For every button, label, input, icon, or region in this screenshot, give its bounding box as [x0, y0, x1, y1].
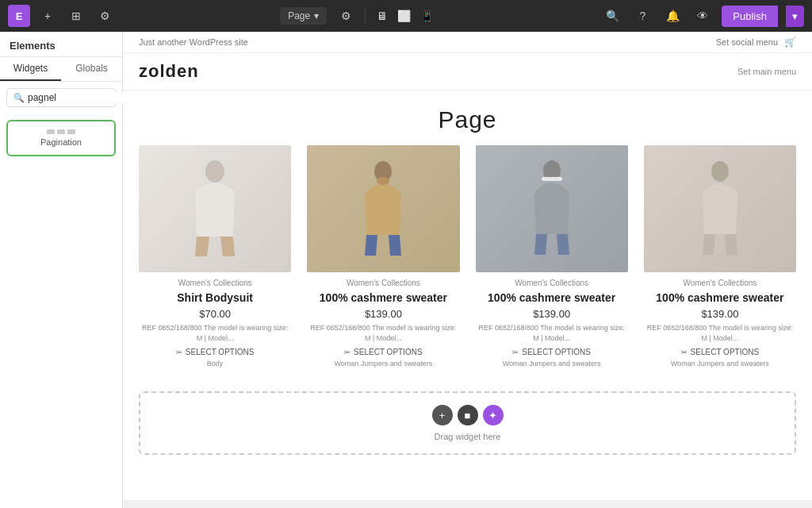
product-category-3: Women's Collections: [476, 279, 628, 287]
product-name-3: 100% cashmere sweater: [476, 291, 628, 305]
product-desc-4: REF 0652/168/800 The model is wearing si…: [644, 323, 796, 343]
search-icon: 🔍: [13, 93, 25, 103]
history-button[interactable]: ⊞: [65, 5, 87, 27]
tab-globals[interactable]: Globals: [61, 57, 122, 81]
site-wrapper: Just another WordPress site Set social m…: [123, 32, 812, 500]
set-menu-link[interactable]: Set main menu: [737, 67, 796, 76]
products-grid: Women's Collections Shirt Bodysuit $70.0…: [123, 145, 812, 383]
product-tag-3: Woman Jumpers and sweaters: [476, 360, 628, 368]
site-topbar: Just another WordPress site Set social m…: [123, 32, 812, 53]
dot-1: [47, 129, 55, 134]
product-price-1: $70.00: [139, 308, 291, 320]
product-image-4: [644, 145, 796, 272]
publish-button[interactable]: Publish: [722, 6, 778, 27]
add-section-icon[interactable]: ■: [458, 405, 478, 425]
product-image-3: [476, 145, 628, 272]
site-nav: zolden Set main menu: [123, 53, 812, 90]
product-desc-3: REF 0652/168/800 The model is wearing si…: [476, 323, 628, 343]
product-price-3: $139.00: [476, 308, 628, 320]
search-box: 🔍 ✕: [6, 88, 116, 107]
notifications-button[interactable]: 🔔: [661, 5, 684, 27]
mobile-view-button[interactable]: 📱: [417, 6, 437, 25]
product-card-3: Women's Collections 100% cashmere sweate…: [476, 145, 628, 368]
select-options-btn-1[interactable]: SELECT OPTIONS: [139, 348, 291, 356]
page-title-section: Page: [123, 90, 812, 145]
select-options-btn-2[interactable]: SELECT OPTIONS: [307, 348, 459, 356]
select-options-btn-4[interactable]: SELECT OPTIONS: [644, 348, 796, 356]
publish-chevron-button[interactable]: ▾: [786, 6, 804, 27]
page-title: Page: [123, 106, 812, 133]
dot-2: [57, 129, 65, 134]
product-card-2: Women's Collections 100% cashmere sweate…: [307, 145, 459, 368]
page-settings-button[interactable]: ⚙: [335, 5, 357, 27]
chevron-down-icon: ▾: [314, 10, 319, 21]
drop-zone-label: Drag widget here: [435, 432, 501, 441]
widget-label: Pagination: [40, 137, 82, 147]
sidebar-title: Elements: [0, 32, 122, 57]
product-name-2: 100% cashmere sweater: [307, 291, 459, 305]
select-options-btn-3[interactable]: SELECT OPTIONS: [476, 348, 628, 356]
divider: [365, 8, 366, 24]
site-logo: zolden: [139, 61, 199, 82]
elementor-logo[interactable]: E: [8, 5, 30, 27]
product-desc-1: REF 0652/168/800 The model is wearing si…: [139, 323, 291, 343]
product-category-1: Women's Collections: [139, 279, 291, 287]
product-price-2: $139.00: [307, 308, 459, 320]
top-bar-center: Page ▾ ⚙ 🖥 ⬜ 📱: [280, 5, 437, 27]
sidebar: Elements Widgets Globals 🔍 ✕ Pagination: [0, 32, 123, 508]
product-image-2: [307, 145, 459, 272]
person-silhouette-4: [692, 157, 748, 260]
product-desc-2: REF 0652/168/800 The model is wearing si…: [307, 323, 459, 343]
product-tag-2: Woman Jumpers and sweaters: [307, 360, 459, 368]
person-silhouette-3: [524, 157, 580, 260]
site-topbar-right: Set social menu 🛒: [716, 37, 796, 48]
top-bar-right: 🔍 ? 🔔 👁 Publish ▾: [601, 5, 804, 27]
svg-point-5: [711, 161, 729, 182]
main-layout: Elements Widgets Globals 🔍 ✕ Pagination …: [0, 32, 812, 508]
add-element-button[interactable]: +: [36, 5, 59, 27]
top-bar-left: E + ⊞ ⚙: [8, 5, 116, 27]
svg-rect-4: [542, 177, 562, 181]
device-selector: 🖥 ⬜ 📱: [373, 6, 437, 25]
settings-button[interactable]: ⚙: [94, 5, 116, 27]
tablet-view-button[interactable]: ⬜: [394, 6, 414, 25]
top-bar: E + ⊞ ⚙ Page ▾ ⚙ 🖥 ⬜ 📱 🔍 ? 🔔 👁 Publish ▾: [0, 0, 812, 32]
product-card-4: Women's Collections 100% cashmere sweate…: [644, 145, 796, 368]
product-name-4: 100% cashmere sweater: [644, 291, 796, 305]
cart-icon[interactable]: 🛒: [784, 37, 796, 48]
person-silhouette-2: [355, 157, 411, 260]
svg-point-0: [205, 160, 224, 183]
add-template-icon[interactable]: ✦: [483, 405, 504, 425]
dot-3: [67, 129, 75, 134]
product-price-4: $139.00: [644, 308, 796, 320]
product-name-1: Shirt Bodysuit: [139, 291, 291, 305]
sidebar-tabs: Widgets Globals: [0, 57, 122, 82]
add-widget-icon[interactable]: +: [432, 405, 453, 425]
pagination-widget[interactable]: Pagination: [6, 120, 116, 156]
svg-point-2: [377, 177, 389, 185]
product-category-2: Women's Collections: [307, 279, 459, 287]
product-tag-4: Woman Jumpers and sweaters: [644, 360, 796, 368]
social-menu-link[interactable]: Set social menu: [716, 37, 778, 47]
page-selector[interactable]: Page ▾: [280, 7, 327, 25]
desktop-view-button[interactable]: 🖥: [373, 6, 391, 25]
drop-zone[interactable]: + ■ ✦ Drag widget here: [139, 391, 796, 455]
tab-widgets[interactable]: Widgets: [0, 57, 61, 81]
help-button[interactable]: ?: [631, 5, 653, 27]
drop-zone-icons: + ■ ✦: [432, 405, 504, 425]
product-card-1: Women's Collections Shirt Bodysuit $70.0…: [139, 145, 291, 368]
product-image-1: [139, 145, 291, 272]
eye-button[interactable]: 👁: [691, 5, 714, 27]
product-category-4: Women's Collections: [644, 279, 796, 287]
search-button[interactable]: 🔍: [601, 5, 623, 27]
widget-dots: [47, 129, 75, 134]
wordpress-tagline: Just another WordPress site: [139, 37, 248, 47]
product-tag-1: Body: [139, 360, 291, 368]
canvas-area[interactable]: Just another WordPress site Set social m…: [123, 32, 812, 508]
person-silhouette-1: [187, 157, 243, 260]
